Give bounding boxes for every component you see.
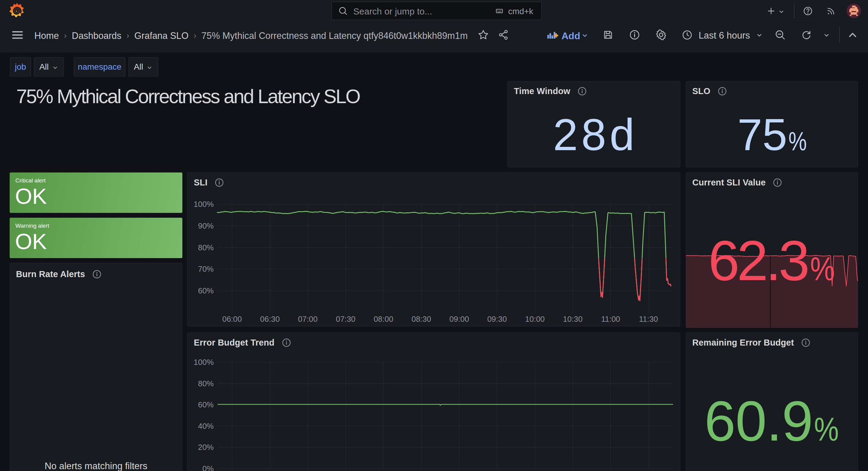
svg-text:90%: 90% bbox=[198, 221, 214, 230]
svg-text:09:30: 09:30 bbox=[487, 315, 507, 324]
svg-text:80%: 80% bbox=[198, 243, 214, 252]
svg-text:10:30: 10:30 bbox=[563, 315, 583, 324]
svg-text:07:30: 07:30 bbox=[336, 315, 355, 324]
svg-text:11:30: 11:30 bbox=[639, 315, 658, 324]
svg-text:20%: 20% bbox=[198, 443, 214, 452]
svg-text:40%: 40% bbox=[198, 421, 214, 431]
svg-text:11:00: 11:00 bbox=[601, 315, 620, 324]
svg-text:06:00: 06:00 bbox=[222, 315, 242, 324]
svg-text:100%: 100% bbox=[194, 358, 214, 367]
svg-text:08:30: 08:30 bbox=[411, 315, 431, 324]
svg-text:0%: 0% bbox=[202, 464, 214, 471]
svg-text:08:00: 08:00 bbox=[374, 315, 393, 324]
svg-text:80%: 80% bbox=[198, 379, 214, 388]
svg-text:60%: 60% bbox=[198, 286, 214, 295]
svg-text:07:00: 07:00 bbox=[298, 315, 318, 324]
svg-text:60%: 60% bbox=[198, 400, 214, 409]
svg-text:06:30: 06:30 bbox=[260, 315, 280, 324]
svg-text:09:00: 09:00 bbox=[450, 315, 469, 324]
svg-text:100%: 100% bbox=[194, 200, 214, 209]
svg-text:70%: 70% bbox=[198, 264, 214, 273]
svg-text:10:00: 10:00 bbox=[525, 315, 545, 324]
